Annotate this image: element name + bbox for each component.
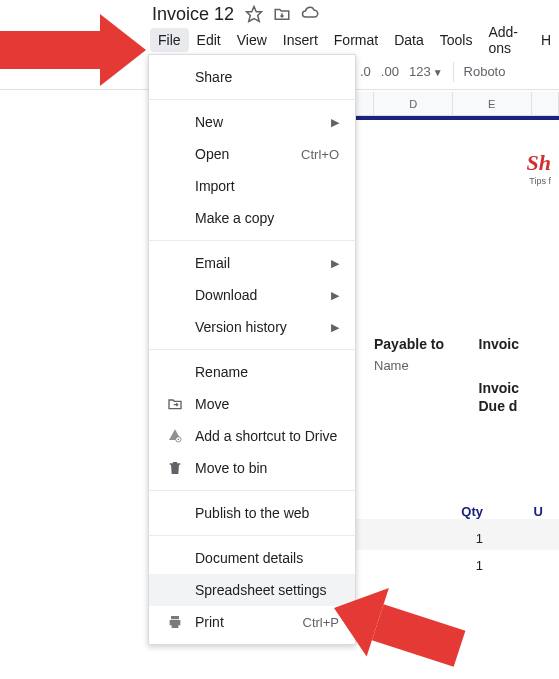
row2-qty: 1 [423, 558, 483, 573]
svg-marker-0 [247, 7, 262, 22]
file-menu-email[interactable]: Email ▶ [149, 247, 355, 279]
menu-view[interactable]: View [229, 28, 275, 52]
annotation-arrow-spreadsheet-settings [334, 572, 466, 644]
row1-unit [523, 531, 543, 546]
invoice-top-bar [356, 116, 559, 120]
column-header-e[interactable]: E [453, 92, 532, 115]
file-menu-dropdown: Share New ▶ Open Ctrl+O Import Make a co… [148, 54, 356, 645]
file-menu-move-to-bin[interactable]: Move to bin [149, 452, 355, 484]
menu-help[interactable]: H [533, 28, 559, 52]
menu-file[interactable]: File [150, 28, 189, 52]
print-icon [165, 612, 185, 632]
unit-header: U [523, 504, 543, 519]
number-format-button[interactable]: 123▼ [409, 64, 443, 79]
shortcut-label: Ctrl+O [301, 147, 339, 162]
file-menu-rename[interactable]: Rename [149, 356, 355, 388]
submenu-arrow-icon: ▶ [331, 116, 339, 129]
file-menu-spreadsheet-settings[interactable]: Spreadsheet settings [149, 574, 355, 606]
column-headers: D E [356, 92, 559, 116]
col-gap [356, 92, 374, 115]
due-date-label: Due d [479, 398, 544, 414]
file-menu-open[interactable]: Open Ctrl+O [149, 138, 355, 170]
payable-to-section: Payable to Name [374, 336, 439, 414]
trash-icon [165, 458, 185, 478]
toolbar-separator [453, 62, 454, 82]
file-menu-publish[interactable]: Publish to the web [149, 497, 355, 529]
menu-data[interactable]: Data [386, 28, 432, 52]
invoice-label: Invoic [479, 336, 544, 352]
brand-logo-text: Sh [374, 150, 551, 176]
file-menu-make-copy[interactable]: Make a copy [149, 202, 355, 234]
file-menu-version-history[interactable]: Version history ▶ [149, 311, 355, 343]
file-menu-move[interactable]: Move [149, 388, 355, 420]
drive-shortcut-icon [165, 426, 185, 446]
brand-subtext: Tips f [374, 176, 551, 186]
file-menu-share[interactable]: Share [149, 61, 355, 93]
invoice-info-section: Invoic Invoic Due d [479, 336, 544, 414]
menu-divider [149, 535, 355, 536]
submenu-arrow-icon: ▶ [331, 321, 339, 334]
payable-to-label: Payable to [374, 336, 439, 352]
row2-unit [523, 558, 543, 573]
move-folder-icon[interactable] [272, 4, 292, 24]
file-menu-import[interactable]: Import [149, 170, 355, 202]
invoice-table-header: Qty U [374, 504, 543, 519]
submenu-arrow-icon: ▶ [331, 289, 339, 302]
menu-divider [149, 349, 355, 350]
invoice-row-2: 1 [374, 558, 543, 573]
menu-divider [149, 99, 355, 100]
menu-addons[interactable]: Add-ons [480, 20, 532, 60]
file-menu-document-details[interactable]: Document details [149, 542, 355, 574]
payable-to-value: Name [374, 358, 439, 373]
increase-decimal-button[interactable]: .00 [381, 64, 399, 79]
column-header-next[interactable] [532, 92, 559, 115]
file-menu-new[interactable]: New ▶ [149, 106, 355, 138]
menu-edit[interactable]: Edit [189, 28, 229, 52]
annotation-arrow-file [0, 14, 146, 86]
submenu-arrow-icon: ▶ [331, 257, 339, 270]
document-title[interactable]: Invoice 12 [152, 4, 234, 25]
menu-tools[interactable]: Tools [432, 28, 481, 52]
menu-insert[interactable]: Insert [275, 28, 326, 52]
qty-header: Qty [423, 504, 483, 519]
column-header-d[interactable]: D [374, 92, 453, 115]
font-selector[interactable]: Roboto [464, 64, 506, 79]
file-menu-download[interactable]: Download ▶ [149, 279, 355, 311]
menu-divider [149, 490, 355, 491]
cloud-saved-icon[interactable] [300, 4, 320, 24]
star-icon[interactable] [244, 4, 264, 24]
invoice-row-1: 1 [356, 519, 559, 550]
file-menu-add-shortcut[interactable]: Add a shortcut to Drive [149, 420, 355, 452]
folder-move-icon [165, 394, 185, 414]
invoice-label-2: Invoic [479, 380, 544, 396]
file-menu-print[interactable]: Print Ctrl+P [149, 606, 355, 638]
decrease-decimal-button[interactable]: .0 [360, 64, 371, 79]
row1-qty: 1 [423, 531, 483, 546]
menu-divider [149, 240, 355, 241]
menu-format[interactable]: Format [326, 28, 386, 52]
invoice-meta-row: Payable to Name Invoic Invoic Due d [374, 336, 543, 414]
